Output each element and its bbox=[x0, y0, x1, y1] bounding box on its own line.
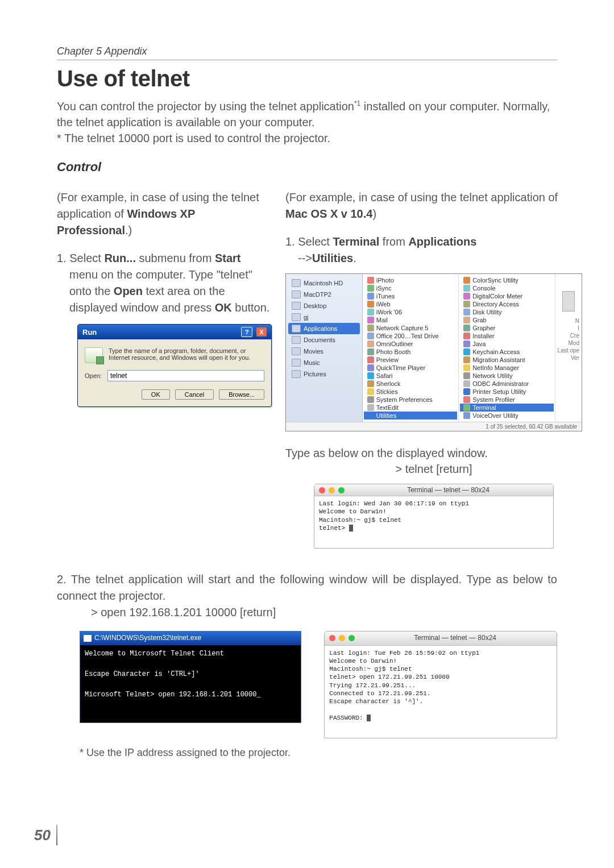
app-row[interactable]: Network Capture 5 bbox=[364, 324, 457, 332]
minimize-icon[interactable] bbox=[339, 635, 345, 641]
utility-row[interactable]: Keychain Access bbox=[460, 348, 553, 356]
terminal-body[interactable]: Last login: Tue Feb 26 15:59:02 on ttyp1… bbox=[325, 646, 557, 738]
telnet-app-icon bbox=[84, 635, 92, 642]
finder-applications-column[interactable]: iPhotoiSynciTunesiWebiWork '06MailNetwor… bbox=[363, 274, 459, 422]
utility-row[interactable]: System Profiler bbox=[460, 396, 553, 404]
sidebar-item-label: MacDTP2 bbox=[304, 291, 331, 298]
windows-step-1: 1. Select Run... submenu from Start menu… bbox=[57, 250, 272, 316]
terminal-body[interactable]: Last login: Wed Jan 30 06:17:19 on ttyp1… bbox=[314, 496, 553, 548]
app-row[interactable]: iPhoto bbox=[364, 276, 457, 284]
app-row[interactable]: iWork '06 bbox=[364, 308, 457, 316]
app-row[interactable]: OmniOutliner bbox=[364, 340, 457, 348]
run-description: Type the name of a program, folder, docu… bbox=[109, 347, 264, 361]
utility-row[interactable]: Network Utility bbox=[460, 372, 553, 380]
sidebar-item[interactable]: gj bbox=[288, 312, 360, 323]
sidebar-item[interactable]: Music bbox=[288, 357, 360, 368]
sidebar-item[interactable]: MacDTP2 bbox=[288, 289, 360, 300]
utility-label: Terminal bbox=[472, 404, 496, 411]
sidebar-item[interactable]: Documents bbox=[288, 334, 360, 346]
footer-divider bbox=[56, 825, 57, 845]
open-input[interactable] bbox=[107, 370, 264, 381]
utility-row[interactable]: Migration Assistant bbox=[460, 356, 553, 364]
utility-row[interactable]: Installer bbox=[460, 332, 553, 340]
finder-utilities-column[interactable]: ColorSync UtilityConsoleDigitalColor Met… bbox=[459, 274, 555, 422]
app-row[interactable]: iWeb bbox=[364, 300, 457, 308]
browse-button[interactable]: Browse... bbox=[219, 389, 264, 400]
utility-row[interactable]: Disk Utility bbox=[460, 308, 553, 316]
utility-row[interactable]: Directory Access bbox=[460, 300, 553, 308]
utility-label: Console bbox=[472, 285, 495, 292]
zoom-icon[interactable] bbox=[349, 635, 355, 641]
utility-row[interactable]: VoiceOver Utility bbox=[460, 412, 553, 420]
text: .) bbox=[125, 224, 132, 236]
close-icon[interactable] bbox=[329, 635, 335, 641]
app-row[interactable]: iSync bbox=[364, 284, 457, 292]
ok-button[interactable]: OK bbox=[142, 389, 170, 400]
t: OK bbox=[215, 301, 232, 314]
finder-window: Macintosh HDMacDTP2DesktopgjApplications… bbox=[285, 273, 582, 431]
app-icon bbox=[367, 372, 374, 379]
app-row[interactable]: System Preferences bbox=[364, 396, 457, 404]
close-icon[interactable] bbox=[319, 487, 325, 493]
page-footer: 50 bbox=[34, 825, 57, 845]
cursor-icon bbox=[367, 715, 371, 721]
help-icon[interactable]: ? bbox=[241, 327, 252, 337]
app-row[interactable]: Preview bbox=[364, 356, 457, 364]
utility-row[interactable]: ODBC Administrator bbox=[460, 380, 553, 388]
minimize-icon[interactable] bbox=[329, 487, 335, 493]
app-icon bbox=[367, 277, 374, 284]
mac-terminal-2: Terminal — telnet — 80x24 Last login: Tu… bbox=[324, 631, 557, 738]
app-row[interactable]: Stickies bbox=[364, 388, 457, 396]
sidebar-item-label: Desktop bbox=[304, 302, 326, 309]
zoom-icon[interactable] bbox=[338, 487, 345, 493]
finder-sidebar[interactable]: Macintosh HDMacDTP2DesktopgjApplications… bbox=[286, 274, 363, 422]
folder-icon bbox=[292, 370, 301, 378]
app-icon bbox=[367, 356, 374, 363]
utility-icon bbox=[463, 364, 470, 371]
utility-icon bbox=[463, 356, 470, 363]
t: Run... bbox=[104, 252, 136, 264]
utility-row[interactable]: NetInfo Manager bbox=[460, 364, 553, 372]
terminal-title: Terminal — telnet — 80x24 bbox=[348, 486, 549, 494]
app-row[interactable]: Safari bbox=[364, 372, 457, 380]
utility-row[interactable]: Grapher bbox=[460, 324, 553, 332]
utility-label: Network Utility bbox=[472, 372, 512, 379]
utility-row[interactable]: Terminal bbox=[460, 404, 553, 412]
close-icon[interactable]: X bbox=[256, 327, 267, 337]
utility-row[interactable]: Grab bbox=[460, 316, 553, 324]
sidebar-item-label: Movies bbox=[304, 348, 323, 355]
cancel-button[interactable]: Cancel bbox=[175, 389, 214, 400]
win-telnet-title: C:\WINDOWS\System32\telnet.exe bbox=[94, 633, 201, 643]
sidebar-item[interactable]: Applications bbox=[288, 323, 360, 334]
utility-icon bbox=[463, 285, 470, 292]
sidebar-item[interactable]: Macintosh HD bbox=[288, 277, 360, 289]
windows-telnet-window: C:\WINDOWS\System32\telnet.exe Welcome t… bbox=[80, 631, 301, 722]
app-row[interactable]: Office 200…Test Drive bbox=[364, 332, 457, 340]
utility-row[interactable]: DigitalColor Meter bbox=[460, 292, 553, 300]
preview-line: Last ope bbox=[558, 347, 579, 354]
sidebar-item[interactable]: Movies bbox=[288, 346, 360, 357]
sidebar-item[interactable]: Pictures bbox=[288, 368, 360, 380]
t: Mac OS X v 10.4 bbox=[285, 207, 372, 220]
win-telnet-body[interactable]: Welcome to Microsoft Telnet Client Escap… bbox=[80, 645, 301, 722]
utility-row[interactable]: Java bbox=[460, 340, 553, 348]
folder-icon bbox=[292, 290, 301, 298]
utility-icon bbox=[463, 348, 470, 355]
app-label: Network Capture 5 bbox=[376, 325, 429, 331]
app-row[interactable]: TextEdit bbox=[364, 404, 457, 412]
intro-paragraph: You can control the projector by using t… bbox=[57, 98, 557, 130]
t: Utilities bbox=[312, 252, 353, 264]
app-row[interactable]: Sherlock bbox=[364, 380, 457, 388]
app-label: Sherlock bbox=[376, 380, 401, 387]
app-label: Stickies bbox=[376, 388, 398, 395]
app-row[interactable]: Mail bbox=[364, 316, 457, 324]
utility-row[interactable]: Console bbox=[460, 284, 553, 292]
page-title: Use of telnet bbox=[57, 66, 557, 92]
app-row[interactable]: iTunes bbox=[364, 292, 457, 300]
app-row[interactable]: Utilities bbox=[364, 412, 457, 420]
utility-row[interactable]: Printer Setup Utility bbox=[460, 388, 553, 396]
app-row[interactable]: QuickTime Player bbox=[364, 364, 457, 372]
sidebar-item[interactable]: Desktop bbox=[288, 300, 360, 312]
app-row[interactable]: Photo Booth bbox=[364, 348, 457, 356]
utility-row[interactable]: ColorSync Utility bbox=[460, 276, 553, 284]
